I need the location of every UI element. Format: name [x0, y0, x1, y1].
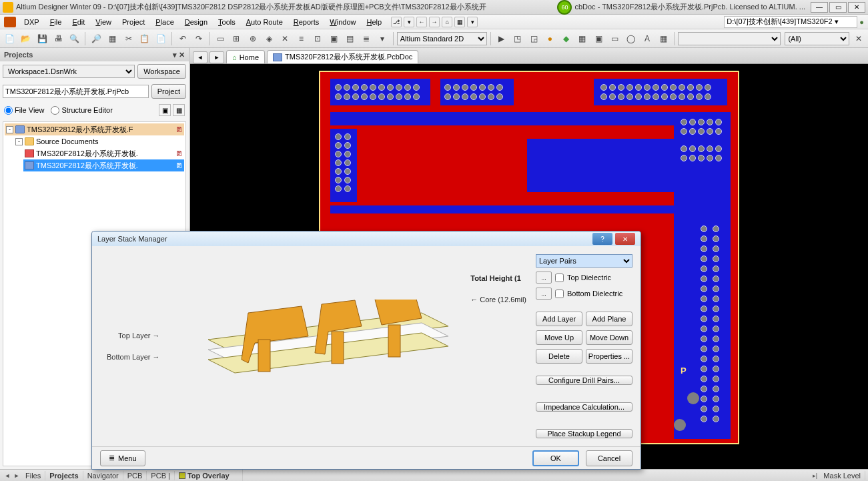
bottom-dielectric-checkbox[interactable]: [555, 290, 564, 298]
bottom-tab[interactable]: Projects: [45, 471, 83, 480]
panel-options-icon[interactable]: ▾ ✕: [173, 51, 185, 59]
menu-reports[interactable]: Reports: [288, 18, 325, 26]
tab-nav-back[interactable]: ◄: [193, 51, 207, 63]
project-input[interactable]: [3, 85, 149, 98]
dialog-menu-button[interactable]: ≣ Menu: [100, 450, 145, 466]
undo-icon[interactable]: ↶: [175, 31, 189, 46]
tool-icon[interactable]: ≡: [294, 31, 308, 46]
menu-autoroute[interactable]: Auto Route: [241, 18, 288, 26]
tree-doc-pcb[interactable]: TMS320F2812最小系统开发板. 🖹: [23, 159, 184, 171]
toolbar-icon[interactable]: ▾: [404, 17, 414, 27]
toolbar-icon[interactable]: ⌂: [442, 17, 452, 27]
menu-file[interactable]: File: [45, 18, 67, 26]
pcb-doc-tab[interactable]: TMS320F2812最小系统开发板.PcbDoc: [267, 50, 418, 63]
top-dielectric-checkbox[interactable]: [555, 274, 564, 282]
toolbar-icon[interactable]: ←: [416, 17, 427, 27]
path-input[interactable]: [724, 16, 857, 28]
tool-icon[interactable]: ≣: [359, 31, 373, 46]
tool-icon[interactable]: ◆: [559, 31, 573, 46]
menu-view[interactable]: View: [90, 18, 117, 26]
add-plane-button[interactable]: Add Plane: [586, 312, 632, 326]
cancel-button[interactable]: Cancel: [586, 450, 632, 466]
toolbar-icon[interactable]: ▾: [467, 17, 478, 27]
tab-scroll[interactable]: ▸|: [810, 472, 819, 479]
clear-filter-icon[interactable]: ✕: [851, 31, 865, 46]
panel-icon[interactable]: ▦: [173, 104, 185, 116]
menu-design[interactable]: Design: [179, 18, 213, 26]
menu-tools[interactable]: Tools: [213, 18, 241, 26]
toolbar-icon[interactable]: →: [429, 17, 440, 27]
tool-icon[interactable]: ▭: [213, 31, 227, 46]
tool-icon[interactable]: ▣: [327, 31, 341, 46]
bottom-tab[interactable]: PCB: [123, 471, 147, 480]
move-up-button[interactable]: Move Up: [536, 330, 582, 345]
tool-icon[interactable]: ◳: [510, 31, 524, 46]
tool-icon[interactable]: ▭: [608, 31, 622, 46]
project-button[interactable]: Project: [151, 84, 186, 99]
net-select[interactable]: [678, 32, 781, 45]
preview-icon[interactable]: 🔍: [67, 31, 81, 46]
maximize-button[interactable]: ▭: [829, 2, 847, 13]
tool-icon[interactable]: ◈: [262, 31, 276, 46]
file-view-radio[interactable]: File View: [4, 106, 44, 115]
toolbar-icon[interactable]: ▦: [454, 17, 465, 27]
menu-project[interactable]: Project: [117, 18, 150, 26]
tool-icon[interactable]: ▦: [657, 31, 671, 46]
dots-button[interactable]: ...: [536, 272, 552, 284]
bottom-tab[interactable]: Navigator: [83, 471, 123, 480]
tool-icon[interactable]: ▤: [343, 31, 357, 46]
menu-help[interactable]: Help: [361, 18, 387, 26]
dots-button[interactable]: ...: [536, 288, 552, 300]
tool-icon[interactable]: ▦: [575, 31, 589, 46]
impedance-calc-button[interactable]: Impedance Calculation...: [536, 402, 632, 412]
copy-icon[interactable]: 📋: [137, 31, 151, 46]
menu-place[interactable]: Place: [150, 18, 179, 26]
print-icon[interactable]: 🖶: [51, 31, 65, 46]
notification-badge[interactable]: 60: [557, 0, 572, 15]
tool-icon[interactable]: ⊡: [310, 31, 324, 46]
tree-project-root[interactable]: - TMS320F2812最小系统开发板.F 🖹: [5, 123, 184, 135]
workspace-button[interactable]: Workspace: [137, 64, 186, 79]
tree-doc-schematic[interactable]: TMS320F2812最小系统开发板. 🖹: [23, 147, 184, 159]
add-layer-button[interactable]: Add Layer: [536, 312, 582, 326]
dialog-help-button[interactable]: ?: [592, 233, 612, 245]
menu-window[interactable]: Window: [324, 18, 361, 26]
home-tab[interactable]: ⌂ Home: [226, 50, 265, 63]
dialog-close-button[interactable]: ✕: [615, 233, 635, 245]
view-mode-select[interactable]: Altium Standard 2D: [397, 32, 487, 45]
tab-scroll-left[interactable]: ◄: [3, 472, 12, 479]
ok-button[interactable]: OK: [532, 450, 579, 466]
workspace-select[interactable]: Workspace1.DsnWrk: [3, 65, 135, 78]
dialog-titlebar[interactable]: Layer Stack Manager ? ✕: [92, 231, 640, 246]
menu-edit[interactable]: Edit: [67, 18, 90, 26]
layer-pairs-select[interactable]: Layer Pairs: [536, 254, 632, 268]
toolbar-icon[interactable]: ⎇: [391, 17, 402, 27]
bottom-tab[interactable]: Files: [21, 471, 45, 480]
tool-icon[interactable]: ⊕: [246, 31, 260, 46]
filter-select[interactable]: (All): [785, 32, 849, 45]
dxp-icon[interactable]: [4, 17, 16, 27]
tool-icon[interactable]: ▣: [592, 31, 606, 46]
menu-dxp[interactable]: DXP: [19, 18, 45, 26]
path-go-icon[interactable]: ●: [859, 18, 864, 26]
tool-icon[interactable]: ✕: [278, 31, 292, 46]
new-icon[interactable]: 📄: [3, 31, 17, 46]
open-icon[interactable]: 📂: [19, 31, 33, 46]
panel-icon[interactable]: ▣: [159, 104, 171, 116]
tool-icon[interactable]: ▾: [375, 31, 389, 46]
paste-icon[interactable]: 📄: [154, 31, 168, 46]
zoom-icon[interactable]: 🔎: [89, 31, 103, 46]
move-down-button[interactable]: Move Down: [586, 330, 632, 345]
layer-tab[interactable]: Top Overlay: [175, 471, 243, 480]
tab-scroll-right[interactable]: ►: [12, 472, 21, 479]
properties-button[interactable]: Properties ...: [586, 349, 632, 364]
bottom-tab[interactable]: PCB |: [147, 471, 175, 480]
text-icon[interactable]: A: [640, 31, 654, 46]
minimize-button[interactable]: —: [811, 2, 828, 13]
tool-icon[interactable]: ▦: [105, 31, 119, 46]
structure-editor-radio[interactable]: Structure Editor: [51, 106, 112, 115]
mask-level-button[interactable]: Mask Level: [819, 471, 865, 480]
close-window-button[interactable]: ✕: [848, 2, 865, 13]
redo-icon[interactable]: ↷: [191, 31, 205, 46]
place-stackup-legend-button[interactable]: Place Stackup Legend: [536, 429, 632, 438]
